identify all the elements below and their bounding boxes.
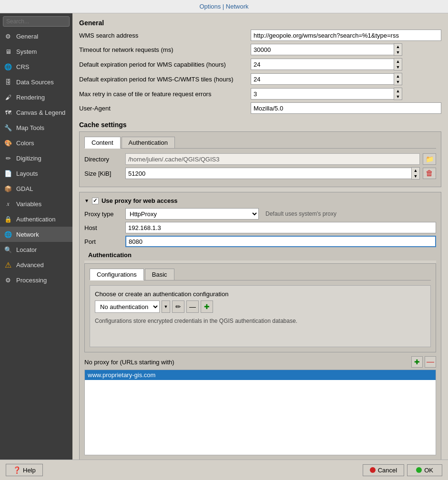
- db-icon: 🗄: [4, 78, 12, 86]
- proxy-type-label: Proxy type: [84, 210, 122, 218]
- sidebar-item-general[interactable]: ⚙ General: [0, 29, 72, 44]
- proxy-host-input[interactable]: [125, 222, 436, 233]
- useragent-input[interactable]: [251, 102, 441, 114]
- collapse-arrow-icon[interactable]: ▼: [84, 198, 89, 203]
- sidebar-label: Processing: [16, 277, 47, 284]
- proxy-port-row: Port: [84, 236, 436, 247]
- wms-expiry-down-btn[interactable]: ▼: [394, 64, 402, 70]
- wms-search-input[interactable]: [251, 30, 441, 41]
- auth-select-arrow[interactable]: ▼: [162, 300, 170, 313]
- tab-authentication[interactable]: Authentication: [122, 137, 175, 148]
- maxretry-down-btn[interactable]: ▼: [394, 94, 402, 100]
- sidebar-label: CRS: [16, 63, 29, 70]
- timeout-label: Timeout for network requests (ms): [79, 46, 251, 53]
- size-input[interactable]: [125, 168, 411, 179]
- tab-content[interactable]: Content: [84, 137, 121, 149]
- folder-button[interactable]: 📁: [423, 153, 436, 165]
- lock-icon: 🔒: [4, 215, 12, 223]
- sidebar-item-locator[interactable]: 🔍 Locator: [0, 242, 72, 257]
- size-row: Size [KiB] ▲ ▼ 🗑: [84, 167, 436, 180]
- footer-right: Cancel OK: [363, 464, 442, 476]
- auth-add-button[interactable]: ✚: [201, 300, 213, 313]
- proxy-port-input[interactable]: [125, 236, 436, 247]
- sidebar-item-crs[interactable]: 🌐 CRS: [0, 59, 72, 74]
- no-proxy-remove-button[interactable]: —: [425, 356, 436, 368]
- network-icon: 🌐: [4, 230, 12, 239]
- maxretry-input[interactable]: [251, 88, 394, 100]
- ok-label: OK: [424, 467, 433, 474]
- tab-basic[interactable]: Basic: [145, 269, 174, 280]
- maxretry-spin-btns: ▲ ▼: [394, 88, 402, 100]
- sidebar-item-processing[interactable]: ⚙ Processing: [0, 272, 72, 288]
- proxy-checkbox[interactable]: ✓: [92, 198, 99, 204]
- sidebar-item-authentication[interactable]: 🔒 Authentication: [0, 211, 72, 227]
- help-label: Help: [23, 467, 36, 474]
- proxy-title: Use proxy for web access: [102, 197, 178, 204]
- wmsc-expiry-spin-btns: ▲ ▼: [394, 73, 402, 85]
- maxretry-up-btn[interactable]: ▲: [394, 88, 402, 94]
- size-down-btn[interactable]: ▼: [412, 173, 419, 179]
- no-proxy-add-button[interactable]: ✚: [411, 356, 423, 368]
- auth-remove-button[interactable]: —: [186, 300, 199, 313]
- sidebar-item-rendering[interactable]: 🖌 Rendering: [0, 90, 72, 105]
- sidebar-label: Map Tools: [16, 124, 44, 131]
- sidebar-item-digitizing[interactable]: ✏ Digitizing: [0, 150, 72, 166]
- green-dot-icon: [416, 467, 422, 473]
- sidebar-label: Layouts: [16, 170, 38, 177]
- no-proxy-item[interactable]: www.proprietary-gis.com: [85, 370, 436, 380]
- auth-section: Authentication Configurations Basic Choo…: [84, 250, 436, 352]
- sidebar-item-canvas[interactable]: 🗺 Canvas & Legend: [0, 105, 72, 120]
- sidebar-label: GDAL: [16, 185, 33, 192]
- proxy-type-select[interactable]: HttpProxy: [125, 208, 259, 220]
- wms-expiry-input[interactable]: [251, 59, 394, 70]
- size-delete-button[interactable]: 🗑: [423, 168, 436, 179]
- proxy-host-row: Host: [84, 222, 436, 233]
- timeout-spin: ▲ ▼: [251, 43, 402, 56]
- timeout-row: Timeout for network requests (ms) ▲ ▼: [79, 43, 441, 56]
- auth-content: Choose or create an authentication confi…: [90, 285, 431, 347]
- sidebar-item-layouts[interactable]: 📄 Layouts: [0, 166, 72, 181]
- wmsc-expiry-down-btn[interactable]: ▼: [394, 79, 402, 85]
- auth-info-text: Configurations store encrypted credentia…: [95, 318, 426, 324]
- sidebar-item-network[interactable]: 🌐 Network: [0, 227, 72, 242]
- auth-edit-button[interactable]: ✏: [172, 300, 184, 313]
- wmsc-expiry-label: Default expiration period for WMS-C/WMTS…: [79, 76, 251, 83]
- size-up-btn[interactable]: ▲: [412, 168, 419, 173]
- sidebar-label: Advanced: [16, 261, 44, 269]
- wmsc-expiry-input[interactable]: [251, 73, 394, 85]
- wms-expiry-row: Default expiration period for WMS capabi…: [79, 58, 441, 70]
- sidebar: ⚙ General 🖥 System 🌐 CRS 🗄 Data Sources …: [0, 13, 72, 460]
- content-area: General WMS search address Timeout for n…: [72, 13, 448, 460]
- help-icon: ❓: [13, 466, 21, 474]
- sidebar-item-datasources[interactable]: 🗄 Data Sources: [0, 74, 72, 90]
- proxy-type-row: Proxy type HttpProxy Default uses system…: [84, 208, 436, 220]
- cancel-button[interactable]: Cancel: [363, 464, 404, 476]
- size-spin-btns: ▲ ▼: [411, 167, 420, 180]
- sidebar-item-gdal[interactable]: 📦 GDAL: [0, 181, 72, 196]
- useragent-row: User-Agent: [79, 102, 441, 114]
- search-input[interactable]: [3, 16, 70, 27]
- timeout-up-btn[interactable]: ▲: [394, 44, 402, 50]
- timeout-input[interactable]: [251, 44, 394, 55]
- sidebar-item-variables[interactable]: 𝑥 Variables: [0, 196, 72, 211]
- timeout-down-btn[interactable]: ▼: [394, 50, 402, 55]
- directory-input[interactable]: [125, 153, 420, 165]
- auth-config-select[interactable]: No authentication: [95, 300, 160, 313]
- ok-button[interactable]: OK: [407, 464, 442, 476]
- sidebar-item-maptools[interactable]: 🔧 Map Tools: [0, 120, 72, 135]
- sidebar-label: Data Sources: [16, 79, 54, 86]
- help-button[interactable]: ❓ Help: [6, 464, 43, 476]
- wmsc-expiry-up-btn[interactable]: ▲: [394, 73, 402, 79]
- auth-title: Authentication: [84, 250, 436, 260]
- map-icon: 🗺: [4, 108, 12, 117]
- pencil-icon: ✏: [4, 154, 12, 162]
- sidebar-item-advanced[interactable]: ⚠ Advanced: [0, 257, 72, 272]
- sidebar-label: Colors: [16, 140, 34, 147]
- directory-label: Directory: [84, 156, 122, 163]
- sidebar-item-colors[interactable]: 🎨 Colors: [0, 135, 72, 150]
- tab-configurations[interactable]: Configurations: [90, 269, 144, 280]
- cache-title: Cache settings: [79, 121, 441, 129]
- sidebar-item-system[interactable]: 🖥 System: [0, 44, 72, 59]
- sidebar-label: Authentication: [16, 216, 55, 223]
- wms-expiry-up-btn[interactable]: ▲: [394, 59, 402, 64]
